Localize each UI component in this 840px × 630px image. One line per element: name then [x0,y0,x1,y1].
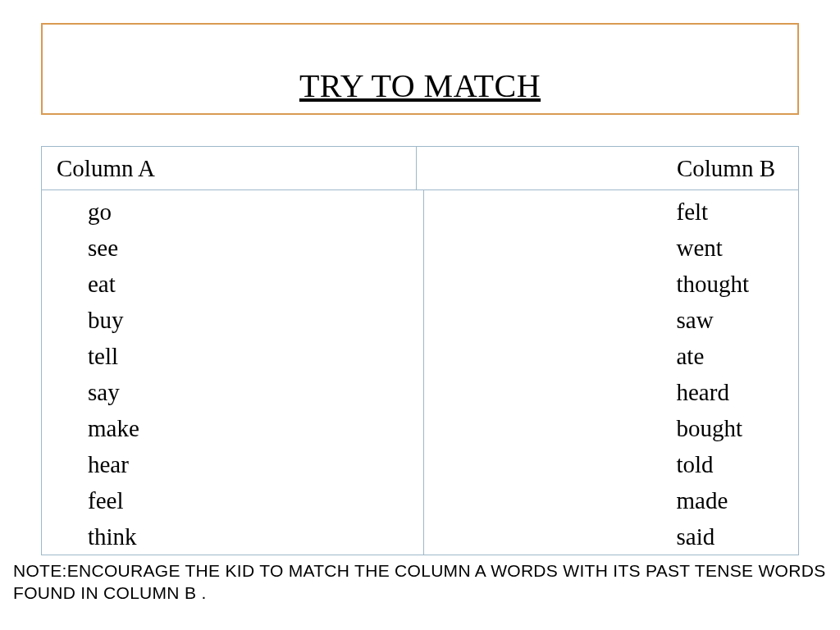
table-body-row: go see eat buy tell say make hear feel t… [42,190,798,555]
list-item: make [88,410,423,446]
list-item: made [677,482,760,518]
list-item: went [677,230,760,266]
list-item: say [88,374,423,410]
list-item: ate [677,338,760,374]
list-item: hear [88,446,423,482]
title-box: TRY TO MATCH [41,23,799,115]
list-item: eat [88,266,423,302]
list-item: heard [677,374,760,410]
list-item: feel [88,482,423,518]
list-item: felt [677,194,760,230]
list-item: thought [677,266,760,302]
list-item: saw [677,302,760,338]
column-b-body: felt went thought saw ate heard bought t… [423,190,799,555]
list-item: buy [88,302,423,338]
instruction-note: NOTE:ENCOURAGE THE KID TO MATCH THE COLU… [13,559,827,604]
match-table: Column A Column B go see eat buy tell sa… [41,146,799,555]
list-item: go [88,194,423,230]
list-item: told [677,446,760,482]
list-item: bought [677,410,760,446]
column-a-header: Column A [42,147,416,189]
table-header-row: Column A Column B [42,147,798,190]
column-b-header: Column B [416,147,799,189]
list-item: see [88,230,423,266]
column-a-body: go see eat buy tell say make hear feel t… [42,190,423,555]
page-title: TRY TO MATCH [43,66,797,105]
list-item: tell [88,338,423,374]
list-item: said [677,518,760,555]
list-item: think [88,518,423,555]
